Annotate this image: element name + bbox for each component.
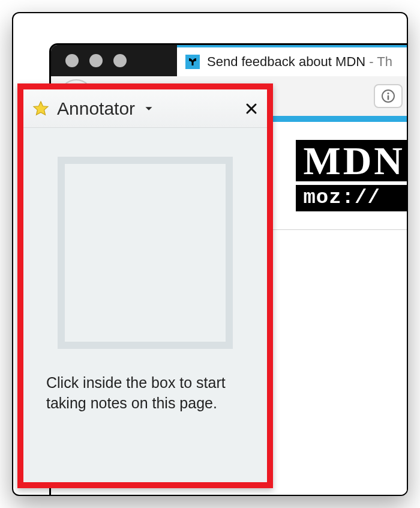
tab-title-main: Send feedback about MDN (207, 54, 365, 69)
note-hint: Click inside the box to start taking not… (44, 373, 247, 414)
screenshot-frame: Send feedback about MDN - Th (12, 12, 408, 496)
mdn-logo: MDN moz:// (296, 140, 408, 211)
close-icon[interactable] (244, 101, 259, 116)
titlebar: Send feedback about MDN - Th (51, 45, 408, 76)
tab-favicon-icon (185, 55, 200, 69)
zoom-window-button[interactable] (113, 54, 127, 67)
close-window-button[interactable] (65, 54, 79, 67)
svg-point-1 (387, 92, 389, 94)
minimize-window-button[interactable] (89, 54, 103, 67)
site-info-button[interactable] (374, 84, 403, 108)
mdn-logo-top: MDN (296, 140, 408, 181)
panel-body: Click inside the box to start taking not… (23, 128, 267, 488)
tab-title-suffix: - Th (365, 54, 392, 69)
mdn-logo-bottom: moz:// (296, 185, 408, 211)
annotator-panel: Annotator Click inside the box to start … (23, 89, 267, 488)
note-input-box[interactable] (58, 157, 233, 349)
star-icon (32, 100, 50, 118)
tab-title: Send feedback about MDN - Th (207, 54, 392, 70)
panel-title: Annotator (57, 98, 135, 119)
chevron-down-icon[interactable] (142, 102, 155, 115)
browser-tab[interactable]: Send feedback about MDN - Th (177, 45, 408, 76)
window-controls (51, 45, 177, 76)
svg-rect-2 (388, 95, 389, 100)
panel-header: Annotator (23, 89, 267, 128)
